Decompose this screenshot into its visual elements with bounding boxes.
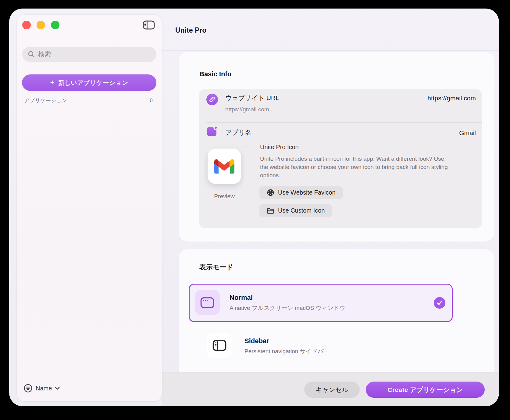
app-window: + 新しいアプリケーション アプリケーション 0 Name	[9, 9, 499, 406]
plus-icon: +	[50, 79, 55, 86]
new-application-label: 新しいアプリケーション	[58, 79, 128, 87]
sidebar-layout-icon	[207, 333, 232, 358]
basic-info-fields: ウェブサイト URL https://gmail.com https://gma…	[199, 89, 482, 228]
basic-info-card: Basic Info ウェブサイト URL https://gmail.com	[179, 52, 494, 242]
unite-pro-icon-heading: Unite Pro Icon	[260, 144, 299, 151]
app-icon-glyph	[207, 126, 218, 137]
preview-label: Preview	[208, 193, 241, 200]
option-sidebar-name: Sidebar	[244, 337, 269, 345]
sidebar: + 新しいアプリケーション アプリケーション 0 Name	[17, 15, 162, 401]
display-mode-option-normal[interactable]: Normal A native フルスクリーン macOS ウィンドウ	[189, 284, 453, 322]
website-url-sublabel: https://gmail.com	[225, 106, 476, 113]
new-application-button[interactable]: + 新しいアプリケーション	[22, 74, 156, 91]
sidebar-toggle-icon	[143, 20, 155, 30]
option-normal-name: Normal	[230, 294, 253, 302]
app-icon-preview	[208, 149, 241, 184]
website-url-value: https://gmail.com	[427, 95, 476, 102]
cancel-button[interactable]: キャンセル	[304, 382, 360, 398]
traffic-lights	[22, 21, 59, 29]
unite-pro-icon-description: Unite Pro includes a built-in icon for t…	[260, 155, 451, 179]
row-divider	[206, 146, 482, 146]
use-website-favicon-label: Use Website Favicon	[278, 189, 336, 196]
app-name-row[interactable]: アプリ名 Gmail	[206, 126, 476, 145]
folder-icon	[267, 207, 274, 214]
link-icon	[206, 94, 218, 105]
search-field[interactable]	[22, 47, 156, 62]
search-icon	[28, 51, 35, 58]
page-title: Unite Pro	[175, 26, 206, 34]
option-sidebar-description: Persistent navigation サイドバー	[244, 347, 329, 355]
gmail-logo-icon	[214, 159, 234, 174]
sort-menu[interactable]: Name	[23, 384, 60, 393]
sidebar-toggle-button[interactable]	[142, 20, 155, 30]
main-content: Unite Pro Basic Info ウェブサイト URL https:	[162, 9, 499, 406]
sort-label: Name	[36, 385, 52, 392]
search-input[interactable]	[38, 51, 151, 58]
selected-check-icon	[434, 297, 445, 309]
footer-bar: キャンセル Create アプリケーション	[162, 372, 499, 406]
applications-count: 0	[150, 98, 153, 104]
minimize-window-button[interactable]	[37, 21, 45, 29]
use-custom-icon-button[interactable]: Use Custom Icon	[259, 204, 332, 217]
website-url-row[interactable]: ウェブサイト URL https://gmail.com https://gma…	[206, 94, 476, 120]
globe-icon	[267, 189, 274, 196]
filter-icon	[23, 384, 33, 393]
window-icon	[195, 290, 220, 315]
applications-label: アプリケーション	[24, 97, 67, 104]
display-mode-heading: 表示モード	[199, 263, 233, 272]
create-application-button[interactable]: Create アプリケーション	[366, 382, 485, 398]
header-divider	[162, 50, 499, 51]
option-normal-description: A native フルスクリーン macOS ウィンドウ	[230, 304, 345, 312]
chevron-down-icon	[55, 387, 60, 390]
app-name-label: アプリ名	[225, 128, 476, 137]
row-divider	[206, 122, 482, 123]
use-custom-icon-label: Use Custom Icon	[278, 207, 325, 214]
close-window-button[interactable]	[22, 21, 31, 29]
basic-info-heading: Basic Info	[199, 70, 231, 78]
app-name-value: Gmail	[459, 129, 476, 137]
zoom-window-button[interactable]	[51, 21, 59, 29]
use-website-favicon-button[interactable]: Use Website Favicon	[259, 186, 343, 199]
applications-list-header: アプリケーション 0	[24, 97, 153, 104]
